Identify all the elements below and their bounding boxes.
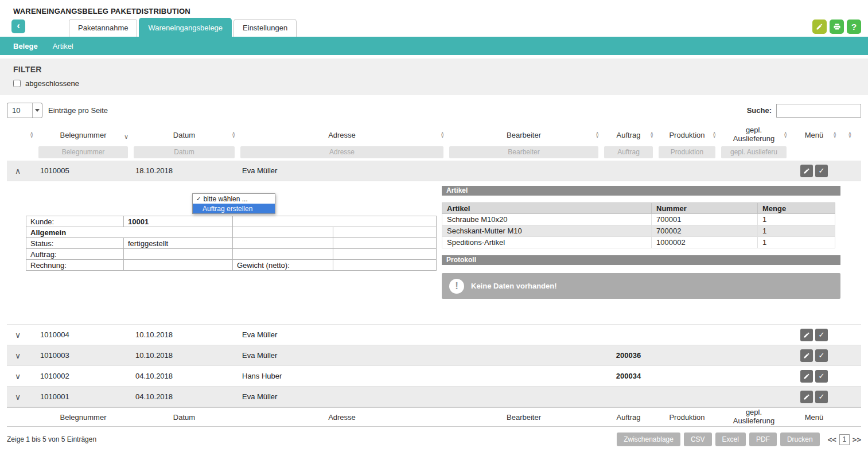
cell-datum: 04.10.2018: [131, 372, 238, 380]
detail-right-panel: Artikel Artikel Nummer Menge Schraube M1…: [442, 186, 840, 299]
cell-datum: 10.10.2018: [131, 351, 238, 360]
page-title: WARENEINGANGSBELEG PAKETDISTRIBUTION: [0, 0, 868, 15]
footer-column-datum: Datum: [131, 413, 238, 422]
belege-table: ∧∨ Belegnummer ∨ Datum ∧∨ Adresse ∧∨ Bea…: [7, 126, 861, 427]
filter-bearbeiter-input[interactable]: [449, 146, 598, 158]
column-header-belegnummer[interactable]: Belegnummer ∨: [36, 126, 131, 143]
filter-gepl-auslieferung-input[interactable]: [721, 146, 787, 158]
column-header-adresse[interactable]: Adresse ∧∨: [238, 126, 446, 143]
column-header-extra[interactable]: ∧∨: [839, 126, 861, 143]
pagination-page-1[interactable]: 1: [839, 434, 850, 445]
kunde-label: Kunde:: [26, 216, 124, 227]
cell-adresse: Eva Müller: [238, 166, 446, 175]
pencil-icon: [803, 352, 810, 359]
pagination: << 1 >>: [828, 434, 861, 445]
check-icon: ✓: [819, 351, 825, 360]
column-header-menue[interactable]: Menü ∧∨: [789, 126, 839, 143]
page-size-value: 10: [7, 106, 32, 115]
drucken-button[interactable]: Drucken: [780, 432, 820, 446]
action-dropdown: ✓ bitte wählen ... Auftrag erstellen: [192, 193, 275, 214]
sort-icon: ∧∨: [232, 132, 235, 138]
footer-column-adresse: Adresse: [238, 413, 446, 422]
abgeschlossene-checkbox-label[interactable]: abgeschlossene: [25, 79, 79, 88]
dropdown-option-auftrag-erstellen[interactable]: Auftrag erstellen: [193, 204, 275, 213]
expand-row-icon[interactable]: ∨: [15, 330, 21, 340]
artikel-col-artikel: Artikel: [442, 203, 652, 214]
complete-row-button[interactable]: ✓: [815, 165, 828, 177]
pagination-next[interactable]: >>: [853, 435, 861, 444]
auftrag-label: Auftrag:: [26, 249, 124, 260]
filter-adresse-input[interactable]: [240, 146, 443, 158]
back-button[interactable]: ‹: [11, 20, 25, 33]
sort-icon: ∧∨: [784, 132, 787, 138]
status-label: Status:: [26, 238, 124, 249]
table-row: ∨ 1010004 10.10.2018 Eva Müller ✓: [7, 325, 861, 345]
filter-belegnummer-input[interactable]: [38, 146, 128, 158]
table-controls: 10 Einträge pro Seite Suche:: [7, 103, 861, 118]
sort-icon: ∧∨: [833, 132, 836, 138]
excel-button[interactable]: Excel: [715, 432, 746, 446]
search-input[interactable]: [776, 104, 861, 118]
sort-icon: ∧∨: [30, 132, 33, 138]
help-icon: ?: [851, 22, 857, 32]
complete-row-button[interactable]: ✓: [815, 370, 828, 383]
tab-bar: ‹ Paketannahme Wareneingangsbelege Einst…: [0, 19, 868, 37]
column-header-gepl-auslieferung[interactable]: gepl.Auslieferung ∧∨: [718, 126, 789, 143]
complete-row-button[interactable]: ✓: [815, 391, 828, 403]
column-header-bearbeiter[interactable]: Bearbeiter ∧∨: [446, 126, 601, 143]
expand-row-icon[interactable]: ∨: [15, 351, 21, 360]
expand-row-icon[interactable]: ∨: [15, 372, 21, 381]
column-filter-row: [7, 143, 861, 161]
print-button[interactable]: [830, 20, 844, 34]
footer-column-gepl-auslieferung: gepl.Auslieferung: [718, 408, 789, 426]
edit-row-button[interactable]: [800, 165, 813, 177]
subnav-item-belege[interactable]: Belege: [13, 42, 38, 50]
page-size-select[interactable]: 10: [7, 103, 42, 118]
cell-auftrag: 200036: [601, 351, 656, 360]
edit-button[interactable]: [812, 20, 827, 34]
search-label: Suche:: [747, 106, 772, 115]
complete-row-button[interactable]: ✓: [815, 349, 828, 362]
edit-row-button[interactable]: [800, 329, 813, 341]
pdf-button[interactable]: PDF: [749, 432, 777, 446]
column-header-expand[interactable]: ∧∨: [7, 126, 36, 143]
select-arrow-icon: [32, 103, 42, 118]
zwischenablage-button[interactable]: Zwischenablage: [617, 432, 680, 446]
status-value: fertiggestellt: [124, 238, 233, 249]
csv-button[interactable]: CSV: [684, 432, 712, 446]
pencil-icon: [803, 332, 810, 338]
tab-einstellungen[interactable]: Einstellungen: [233, 19, 297, 37]
filter-auftrag-input[interactable]: [604, 146, 653, 158]
dropdown-option-bitte-waehlen[interactable]: ✓ bitte wählen ...: [193, 194, 275, 204]
pagination-prev[interactable]: <<: [828, 435, 836, 444]
cell-datum: 10.10.2018: [131, 330, 238, 339]
check-icon: ✓: [196, 196, 201, 202]
back-icon: ‹: [17, 20, 20, 31]
complete-row-button[interactable]: ✓: [815, 329, 828, 341]
edit-row-button[interactable]: [800, 349, 813, 362]
column-header-auftrag[interactable]: Auftrag ∧∨: [601, 126, 656, 143]
footer-column-belegnummer: Belegnummer: [36, 413, 131, 422]
top-icon-buttons: ?: [812, 20, 861, 34]
beleg-info-table: Kunde: 10001 Allgemein Status: fertigges…: [26, 216, 437, 271]
abgeschlossene-checkbox[interactable]: [13, 80, 21, 87]
help-button[interactable]: ?: [847, 20, 861, 34]
expand-row-icon[interactable]: ∨: [15, 392, 21, 402]
entries-per-page-label: Einträge pro Seite: [48, 106, 108, 115]
kunde-value: 10001: [124, 216, 233, 227]
column-header-produktion[interactable]: Produktion ∧∨: [656, 126, 718, 143]
column-header-datum[interactable]: Datum ∧∨: [131, 126, 238, 143]
entries-info: Zeige 1 bis 5 von 5 Einträgen: [7, 435, 96, 443]
collapse-row-icon[interactable]: ∧: [15, 166, 21, 176]
filter-panel: FILTER abgeschlossene: [0, 59, 868, 95]
check-icon: ✓: [819, 372, 825, 380]
subnav-item-artikel[interactable]: Artikel: [53, 42, 73, 50]
edit-row-button[interactable]: [800, 391, 813, 403]
footer-column-auftrag: Auftrag: [601, 413, 656, 422]
tab-wareneingangsbelege[interactable]: Wareneingangsbelege: [139, 18, 232, 37]
filter-datum-input[interactable]: [134, 146, 235, 158]
protokoll-section-header: Protokoll: [442, 255, 840, 265]
filter-produktion-input[interactable]: [659, 146, 715, 158]
edit-row-button[interactable]: [800, 370, 813, 383]
tab-paketannahme[interactable]: Paketannahme: [69, 19, 137, 37]
